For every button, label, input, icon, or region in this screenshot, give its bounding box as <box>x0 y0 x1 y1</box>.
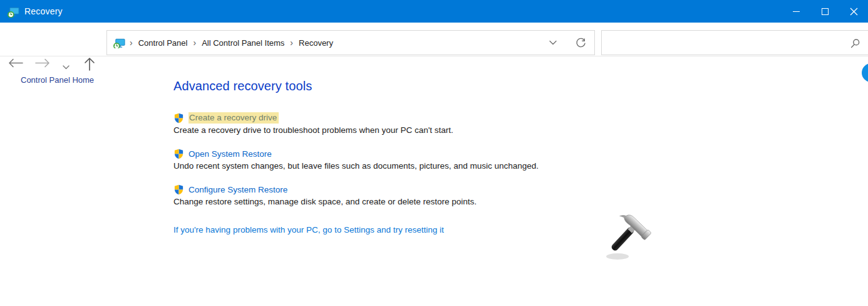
task-item-description: Undo recent system changes, but leave fi… <box>173 161 649 171</box>
titlebar: Recovery <box>0 0 868 23</box>
uac-shield-icon <box>173 184 184 195</box>
close-icon <box>850 8 858 16</box>
recovery-location-icon[interactable] <box>113 38 125 48</box>
configure-system-restore-link[interactable]: Configure System Restore <box>189 185 287 194</box>
address-dropdown-button[interactable] <box>539 31 567 55</box>
navigation-bar: › Control Panel › All Control Panel Item… <box>0 23 868 56</box>
sidebar-item-control-panel-home[interactable]: Control Panel Home <box>21 75 94 85</box>
address-bar[interactable]: › Control Panel › All Control Panel Item… <box>106 30 595 55</box>
search-input[interactable] <box>602 31 868 54</box>
open-system-restore-link[interactable]: Open System Restore <box>189 149 272 159</box>
chevron-down-icon <box>549 40 557 45</box>
window-controls <box>782 0 868 23</box>
recent-locations-button[interactable] <box>63 62 70 71</box>
maximize-button[interactable] <box>810 0 839 23</box>
breadcrumb-recovery[interactable]: Recovery <box>297 38 334 48</box>
minimize-button[interactable] <box>782 0 810 23</box>
hammer-cursor-graphic <box>599 211 653 263</box>
uac-shield-icon <box>173 149 184 159</box>
breadcrumb-control-panel[interactable]: Control Panel <box>137 38 189 48</box>
page-title: Advanced recovery tools <box>173 79 649 93</box>
breadcrumb-separator: › <box>125 38 137 48</box>
task-item-create-recovery-drive: Create a recovery drive Create a recover… <box>173 112 649 135</box>
create-recovery-drive-link[interactable]: Create a recovery drive <box>189 112 279 124</box>
main-content: Advanced recovery tools Create a recover… <box>173 79 649 235</box>
touch-indicator-dot <box>862 63 868 82</box>
task-item-description: Change restore settings, manage disk spa… <box>173 197 649 207</box>
settings-reset-link[interactable]: If you're having problems with your PC, … <box>173 225 649 235</box>
maximize-icon <box>822 8 829 15</box>
search-icon <box>850 38 860 49</box>
recovery-app-icon <box>8 6 19 18</box>
minimize-icon <box>793 11 800 12</box>
up-button[interactable] <box>84 57 95 73</box>
up-arrow-icon <box>84 57 95 71</box>
forward-button[interactable] <box>35 58 50 70</box>
forward-arrow-icon <box>35 58 50 68</box>
breadcrumb-separator: › <box>189 38 200 48</box>
breadcrumb-separator: › <box>286 38 297 48</box>
chevron-down-icon <box>63 65 70 70</box>
uac-shield-icon <box>173 113 184 124</box>
close-button[interactable] <box>839 0 868 23</box>
task-item-open-system-restore: Open System Restore Undo recent system c… <box>173 148 649 171</box>
task-item-configure-system-restore: Configure System Restore Change restore … <box>173 184 649 207</box>
refresh-icon <box>576 38 586 48</box>
back-arrow-icon <box>8 58 23 68</box>
search-box <box>601 30 868 55</box>
breadcrumb-all-control-panel-items[interactable]: All Control Panel Items <box>200 38 286 48</box>
refresh-button[interactable] <box>567 31 594 55</box>
task-item-description: Create a recovery drive to troubleshoot … <box>173 125 649 135</box>
window-title: Recovery <box>24 6 63 16</box>
back-button[interactable] <box>8 58 23 70</box>
